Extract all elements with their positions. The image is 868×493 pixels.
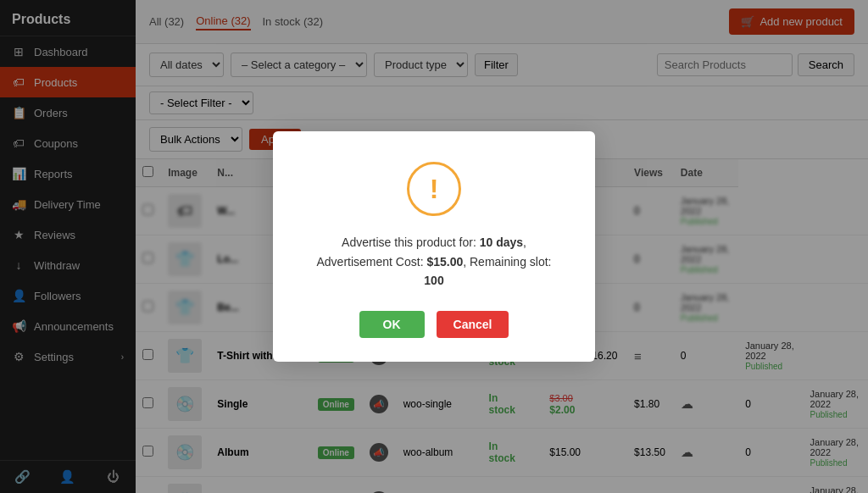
exclamation-icon: ! — [430, 175, 439, 202]
advertise-modal: ! Advertise this product for: 10 days, A… — [273, 131, 595, 361]
modal-slots: 100 — [424, 274, 443, 287]
modal-text-prefix: Advertise this product for: — [342, 235, 480, 249]
modal-warning-icon-wrap: ! — [407, 162, 461, 216]
modal-cost: $15.00 — [426, 255, 463, 269]
modal-overlay: ! Advertise this product for: 10 days, A… — [0, 0, 868, 493]
modal-buttons: OK Cancel — [307, 311, 561, 338]
modal-message: Advertise this product for: 10 days, Adv… — [307, 233, 561, 290]
modal-ok-button[interactable]: OK — [359, 311, 425, 338]
modal-cancel-button[interactable]: Cancel — [437, 311, 509, 338]
modal-days: 10 days — [480, 235, 523, 249]
modal-text-suffix: , Remaining slot: — [463, 255, 551, 269]
